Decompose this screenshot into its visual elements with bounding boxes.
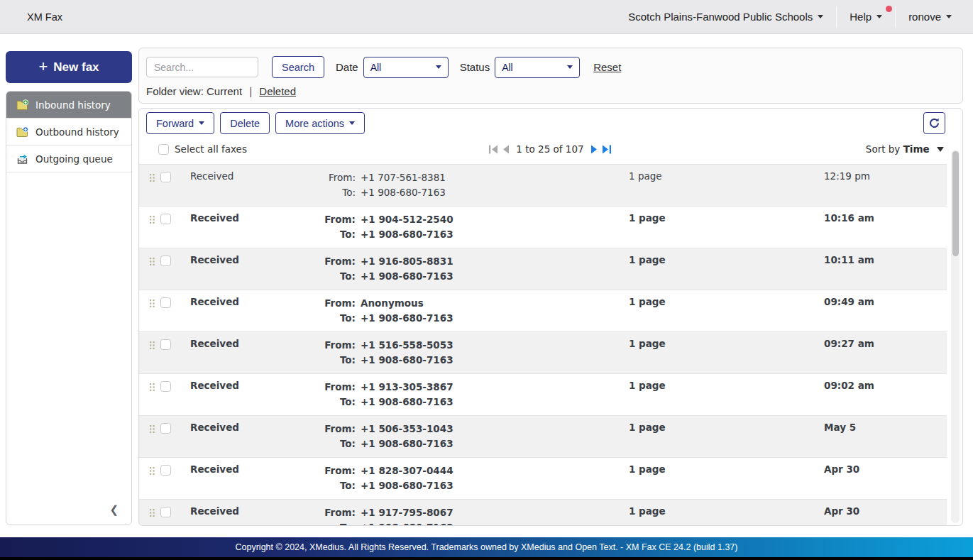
fax-row-checkbox[interactable] [160,507,171,517]
reset-link[interactable]: Reset [593,61,621,73]
from-label: From: [313,380,356,395]
from-label: From: [313,296,356,311]
fax-row-checkbox[interactable] [160,465,171,476]
fax-from-to: From: +1 904-512-2540 To: +1 908-680-716… [313,207,625,248]
fax-time: 09:27 am [817,332,947,373]
from-label: From: [313,505,356,520]
org-menu-label: Scotch Plains-Fanwood Public Schools [628,11,813,23]
fax-page-count: 1 page [625,458,817,499]
drag-handle-icon[interactable] [149,466,155,476]
from-label: From: [313,422,356,437]
fax-status: Received [182,165,313,206]
drag-handle-icon[interactable] [149,257,155,266]
fax-row[interactable]: Received From: +1 506-353-1043 To: +1 90… [139,416,947,458]
sidebar-item-outgoing-queue[interactable]: Outgoing queue [6,146,131,172]
new-fax-button[interactable]: + New fax [6,51,132,83]
forward-button[interactable]: Forward [146,112,214,134]
user-menu[interactable]: ronove [908,11,952,23]
sidebar-item-outbound-history[interactable]: Outbound history [6,119,131,146]
fax-row[interactable]: Received From: +1 828-307-0444 To: +1 90… [139,458,947,500]
fax-page-count: 1 page [625,207,817,248]
search-button[interactable]: Search [272,56,324,78]
status-filter-value: All [502,62,513,73]
fax-status: Received [182,500,313,525]
actions-toolbar: Forward Delete More actions [146,112,365,134]
sidebar: Inbound history Outbound history Outgoin… [6,91,132,525]
sidebar-item-label: Outgoing queue [35,153,113,165]
chevron-down-icon [199,121,204,125]
fax-row[interactable]: Received From: Anonymous To: +1 908-680-… [139,290,947,332]
select-all-control: Select all faxes [146,143,488,155]
refresh-icon [928,117,940,129]
sidebar-item-inbound-history[interactable]: Inbound history [6,92,131,119]
next-page-button[interactable] [590,145,598,154]
last-page-button[interactable] [602,145,612,154]
fax-row-checkbox[interactable] [160,339,171,350]
more-actions-button-label: More actions [285,118,344,129]
fax-from-number: Anonymous [361,296,424,311]
to-label: To: [313,185,356,200]
date-filter-select[interactable]: All [363,57,449,78]
fax-row-checkbox[interactable] [160,423,171,434]
search-input[interactable] [146,57,258,77]
drag-handle-icon[interactable] [149,299,155,308]
to-label: To: [313,269,356,284]
date-filter-label: Date [336,61,358,73]
sidebar-collapse-button[interactable]: ❮ [109,503,119,516]
first-page-button[interactable] [488,145,498,154]
delete-button[interactable]: Delete [220,112,270,134]
sort-by-label: Sort by [866,143,901,155]
chevron-down-icon [436,65,441,69]
help-menu[interactable]: Help [850,11,882,23]
fax-time: May 5 [817,416,947,457]
fax-row[interactable]: Received From: +1 913-305-3867 To: +1 90… [139,374,947,416]
help-menu-label: Help [850,11,872,23]
drag-handle-icon[interactable] [149,173,155,182]
status-filter-label: Status [460,61,490,73]
from-label: From: [313,338,356,353]
fax-status: Received [182,374,313,415]
fax-row[interactable]: Received From: +1 916-805-8831 To: +1 90… [139,248,947,290]
fax-row[interactable]: Received From: +1 904-512-2540 To: +1 90… [139,207,947,248]
user-menu-label: ronove [908,11,941,23]
to-label: To: [313,227,356,242]
fax-row-checkbox[interactable] [160,172,171,182]
drag-handle-icon[interactable] [149,341,155,350]
drag-handle-icon[interactable] [149,383,155,392]
scrollbar-track[interactable] [951,150,960,523]
drag-handle-icon[interactable] [149,508,155,517]
fax-row-checkbox[interactable] [160,256,171,266]
drag-handle-icon[interactable] [149,424,155,434]
fax-to-number: +1 908-680-7163 [361,353,453,368]
sort-caret-icon [937,147,944,152]
status-filter-select[interactable]: All [495,57,580,78]
from-label: From: [313,212,356,227]
fax-row[interactable]: Received From: +1 516-558-5053 To: +1 90… [139,332,947,374]
fax-time: 10:16 am [817,207,947,248]
org-menu[interactable]: Scotch Plains-Fanwood Public Schools [628,11,823,23]
fax-status: Received [182,332,313,373]
sort-by-control[interactable]: Sort by Time [612,143,954,155]
fax-list: Received From: +1 707-561-8381 To: +1 90… [139,164,947,525]
fax-from-to: From: +1 917-795-8067 To: +1 908-680-716… [313,500,625,525]
fax-row-checkbox[interactable] [160,297,171,308]
from-label: From: [313,254,356,269]
fax-to-number: +1 908-680-7163 [361,227,453,242]
more-actions-button[interactable]: More actions [275,112,365,134]
fax-to-number: +1 908-680-7163 [361,311,453,326]
previous-page-button[interactable] [502,145,510,154]
select-all-checkbox[interactable] [158,144,169,155]
scrollbar-thumb[interactable] [952,151,959,256]
fax-row-checkbox[interactable] [160,214,171,224]
folder-view-deleted-link[interactable]: Deleted [259,85,296,97]
fax-row[interactable]: Received From: +1 917-795-8067 To: +1 90… [139,500,947,525]
fax-to-number: +1 908-680-7163 [361,185,446,200]
refresh-button[interactable] [923,112,945,134]
drag-handle-icon[interactable] [149,215,155,224]
to-label: To: [313,395,356,410]
fax-from-number: +1 707-561-8381 [361,170,446,185]
fax-row-checkbox[interactable] [160,381,171,392]
copyright-text: Copyright © 2024, XMedius. All Rights Re… [236,542,738,552]
fax-row[interactable]: Received From: +1 707-561-8381 To: +1 90… [139,165,947,207]
to-label: To: [313,311,356,326]
